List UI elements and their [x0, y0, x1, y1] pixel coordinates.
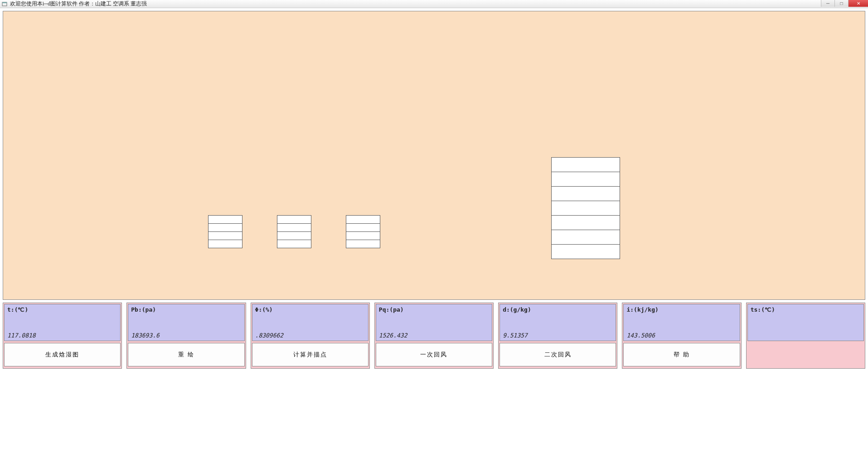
param-label: t:(℃): [7, 306, 117, 313]
param-col-phi: Φ:(%) .8309662 计算并描点: [251, 303, 370, 369]
param-col-pb: Pb:(pa) 183693.6 重 绘: [126, 303, 246, 369]
param-col-ts: ts:(℃): [746, 303, 865, 369]
param-box: Φ:(%) .8309662: [252, 304, 369, 341]
return1-button[interactable]: 一次回风: [376, 343, 492, 366]
input-cell[interactable]: [277, 223, 311, 232]
input-cell[interactable]: [208, 240, 242, 248]
input-stack-a: [208, 215, 242, 248]
param-box: d:(g/kg) 9.51357: [499, 304, 616, 341]
param-box: ts:(℃): [747, 304, 864, 341]
svg-rect-1: [2, 2, 7, 3]
minimize-button[interactable]: ─: [821, 0, 834, 7]
param-label: Pb:(pa): [131, 306, 241, 313]
input-cell[interactable]: [551, 186, 620, 201]
param-value: .8309662: [255, 332, 365, 339]
param-value: 117.0818: [7, 332, 117, 339]
bottom-panel: t:(℃) 117.0818 生成焓湿图 Pb:(pa) 183693.6 重 …: [3, 303, 865, 369]
input-cell[interactable]: [551, 215, 620, 230]
maximize-button[interactable]: □: [834, 0, 848, 7]
param-col-t: t:(℃) 117.0818 生成焓湿图: [3, 303, 122, 369]
calc-button[interactable]: 计算并描点: [252, 343, 369, 366]
input-cell[interactable]: [277, 215, 311, 224]
input-cell[interactable]: [346, 215, 380, 224]
return2-button[interactable]: 二次回风: [499, 343, 616, 366]
param-box: t:(℃) 117.0818: [4, 304, 121, 341]
param-value: 183693.6: [131, 332, 241, 339]
param-col-d: d:(g/kg) 9.51357 二次回风: [498, 303, 617, 369]
param-label: Pq:(pa): [379, 306, 489, 313]
input-cell[interactable]: [346, 223, 380, 232]
input-stack-c: [346, 215, 380, 248]
param-value: 9.51357: [503, 332, 613, 339]
help-button[interactable]: 帮 助: [623, 343, 740, 366]
input-cell[interactable]: [551, 172, 620, 187]
param-box: Pq:(pa) 1526.432: [376, 304, 492, 341]
input-cell[interactable]: [551, 201, 620, 216]
titlebar: 欢迎您使用本i--d图计算软件 作者：山建工 空调系 董志强 ─ □ ✕: [0, 0, 868, 8]
input-cell[interactable]: [551, 157, 620, 172]
input-cell[interactable]: [208, 215, 242, 224]
generate-button[interactable]: 生成焓湿图: [4, 343, 121, 366]
input-cell[interactable]: [551, 230, 620, 245]
window-title: 欢迎您使用本i--d图计算软件 作者：山建工 空调系 董志强: [10, 0, 147, 8]
input-cell[interactable]: [346, 231, 380, 240]
window-controls: ─ □ ✕: [821, 0, 868, 7]
chart-canvas: [3, 11, 865, 300]
param-value: 1526.432: [379, 332, 489, 339]
param-box: i:(kj/kg) 143.5006: [623, 304, 740, 341]
input-cell[interactable]: [208, 231, 242, 240]
param-box: Pb:(pa) 183693.6: [128, 304, 244, 341]
redraw-button[interactable]: 重 绘: [128, 343, 244, 366]
input-cell[interactable]: [277, 231, 311, 240]
input-cell[interactable]: [551, 244, 620, 259]
param-col-pq: Pq:(pa) 1526.432 一次回风: [374, 303, 494, 369]
close-button[interactable]: ✕: [848, 0, 868, 7]
input-cell[interactable]: [346, 240, 380, 248]
param-label: ts:(℃): [751, 306, 861, 313]
input-cell[interactable]: [277, 240, 311, 248]
param-label: d:(g/kg): [503, 306, 613, 313]
client-area: t:(℃) 117.0818 生成焓湿图 Pb:(pa) 183693.6 重 …: [0, 8, 868, 467]
input-stack-b: [277, 215, 311, 248]
input-cell[interactable]: [208, 223, 242, 232]
input-stack-right: [551, 157, 620, 259]
param-label: i:(kj/kg): [626, 306, 737, 313]
app-icon: [2, 1, 7, 7]
param-col-i: i:(kj/kg) 143.5006 帮 助: [622, 303, 741, 369]
param-label: Φ:(%): [255, 306, 365, 313]
param-value: 143.5006: [626, 332, 737, 339]
